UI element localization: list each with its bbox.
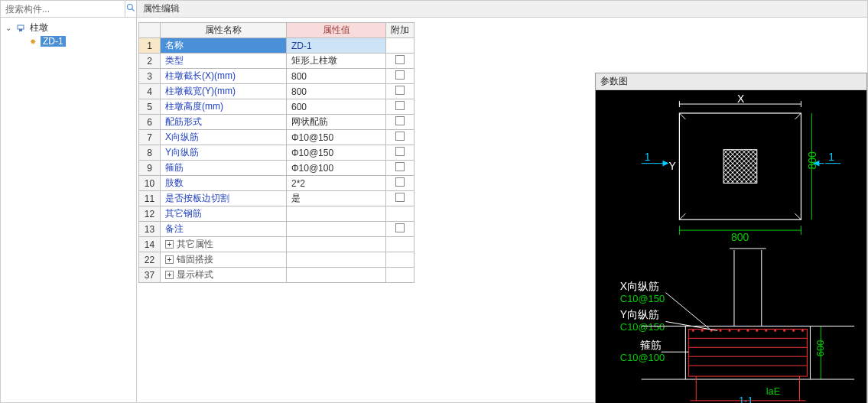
property-value[interactable]: 矩形上柱墩: [287, 54, 386, 69]
xbar-label: X向纵筋: [620, 280, 659, 292]
section-label: 1-1: [739, 395, 753, 403]
expand-icon[interactable]: +: [165, 255, 174, 264]
checkbox-icon[interactable]: [395, 177, 405, 187]
property-value[interactable]: 网状配筋: [287, 115, 386, 130]
property-value[interactable]: 600: [287, 99, 386, 115]
addon-cell[interactable]: [386, 38, 414, 54]
property-value[interactable]: 是: [287, 191, 386, 206]
property-value[interactable]: [287, 237, 386, 252]
header-name: 属性名称: [161, 23, 287, 38]
property-name-text: 显示样式: [177, 269, 213, 280]
addon-cell[interactable]: [386, 237, 414, 252]
table-row[interactable]: 13备注: [139, 222, 414, 237]
table-row[interactable]: 2类型矩形上柱墩: [139, 54, 414, 69]
checkbox-icon[interactable]: [395, 55, 405, 64]
property-name: 是否按板边切割: [161, 191, 287, 206]
row-number: 6: [139, 115, 161, 130]
addon-cell[interactable]: [386, 268, 414, 283]
addon-cell[interactable]: [386, 69, 414, 84]
addon-cell[interactable]: [386, 161, 414, 176]
addon-cell[interactable]: [386, 84, 414, 99]
search-bar: [1, 1, 136, 18]
checkbox-icon[interactable]: [395, 70, 405, 80]
dim-width: 800: [731, 231, 749, 243]
property-value[interactable]: [287, 206, 386, 222]
svg-point-40: [737, 330, 740, 332]
table-row[interactable]: 6配筋形式网状配筋: [139, 115, 414, 130]
tree-node-child[interactable]: ✸ ZD-1: [22, 35, 136, 47]
tree-node-root[interactable]: ⌄ 柱墩: [1, 21, 136, 35]
search-input[interactable]: [1, 1, 125, 17]
checkbox-icon[interactable]: [395, 86, 405, 95]
marker-1-right: 1: [828, 151, 834, 163]
svg-point-41: [746, 330, 749, 332]
property-value[interactable]: Φ10@150: [287, 130, 386, 145]
addon-cell[interactable]: [386, 252, 414, 268]
addon-cell[interactable]: [386, 115, 414, 130]
addon-cell[interactable]: [386, 176, 414, 191]
svg-point-47: [801, 330, 804, 332]
checkbox-icon[interactable]: [395, 193, 405, 202]
property-value[interactable]: Φ10@150: [287, 145, 386, 161]
property-value[interactable]: [287, 222, 386, 237]
property-editor-title: 属性编辑: [137, 1, 867, 18]
property-value[interactable]: 800: [287, 84, 386, 99]
svg-point-36: [701, 330, 704, 332]
addon-cell[interactable]: [386, 99, 414, 115]
addon-cell[interactable]: [386, 130, 414, 145]
property-name-text: 柱墩高度(mm): [165, 101, 223, 112]
property-name: +其它属性: [161, 237, 287, 252]
property-name: 配筋形式: [161, 115, 287, 130]
row-number: 9: [139, 161, 161, 176]
table-row[interactable]: 9箍筋Φ10@100: [139, 161, 414, 176]
svg-line-48: [665, 293, 710, 330]
table-row[interactable]: 14+其它属性: [139, 237, 414, 252]
table-row[interactable]: 1名称ZD-1: [139, 38, 414, 54]
table-row[interactable]: 10肢数2*2: [139, 176, 414, 191]
property-value[interactable]: [287, 268, 386, 283]
header-value: 属性值: [287, 23, 386, 38]
svg-point-39: [729, 330, 731, 332]
addon-cell[interactable]: [386, 206, 414, 222]
property-name-text: 名称: [165, 40, 184, 50]
table-row[interactable]: 3柱墩截长(X)(mm)800: [139, 69, 414, 84]
checkbox-icon[interactable]: [395, 132, 405, 141]
checkbox-icon[interactable]: [395, 101, 405, 110]
table-row[interactable]: 5柱墩高度(mm)600: [139, 99, 414, 115]
svg-point-43: [765, 330, 767, 332]
expand-icon[interactable]: +: [165, 240, 174, 249]
property-value[interactable]: Φ10@100: [287, 161, 386, 176]
property-name: 备注: [161, 222, 287, 237]
checkbox-icon[interactable]: [395, 162, 405, 171]
svg-line-7: [679, 213, 685, 219]
checkbox-icon[interactable]: [395, 116, 405, 125]
collapse-icon[interactable]: ⌄: [4, 24, 13, 32]
property-name: +显示样式: [161, 268, 287, 283]
addon-cell[interactable]: [386, 145, 414, 161]
table-row[interactable]: 11是否按板边切割是: [139, 191, 414, 206]
row-number: 10: [139, 176, 161, 191]
checkbox-icon[interactable]: [395, 223, 405, 232]
property-value[interactable]: [287, 252, 386, 268]
expand-icon[interactable]: +: [165, 271, 174, 279]
property-name-text: 柱墩截长(X)(mm): [165, 70, 236, 81]
property-value[interactable]: 800: [287, 69, 386, 84]
property-value[interactable]: 2*2: [287, 176, 386, 191]
property-value[interactable]: ZD-1: [287, 38, 386, 54]
addon-cell[interactable]: [386, 54, 414, 69]
table-row[interactable]: 37+显示样式: [139, 268, 414, 283]
table-row[interactable]: 12其它钢筋: [139, 206, 414, 222]
search-button[interactable]: [125, 1, 136, 17]
row-number: 2: [139, 54, 161, 69]
addon-cell[interactable]: [386, 222, 414, 237]
table-row[interactable]: 8Y向纵筋Φ10@150: [139, 145, 414, 161]
checkbox-icon[interactable]: [395, 147, 405, 156]
svg-rect-5: [723, 150, 757, 184]
addon-cell[interactable]: [386, 191, 414, 206]
property-name-text: X向纵筋: [165, 132, 199, 142]
dim-laE: laE: [766, 385, 781, 397]
table-row[interactable]: 7X向纵筋Φ10@150: [139, 130, 414, 145]
table-row[interactable]: 22+锚固搭接: [139, 252, 414, 268]
row-number: 13: [139, 222, 161, 237]
table-row[interactable]: 4柱墩截宽(Y)(mm)800: [139, 84, 414, 99]
